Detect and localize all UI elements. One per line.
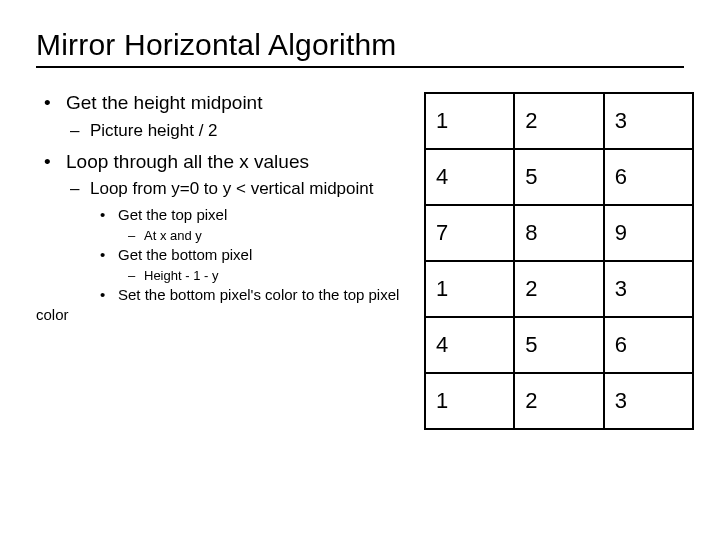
list-item: Loop from y=0 to y < vertical midpoint G… <box>36 178 406 325</box>
grid-cell: 4 <box>425 317 514 373</box>
bullet-text: Get the bottom pixel <box>36 245 406 265</box>
table-row: 4 5 6 <box>425 317 693 373</box>
bullet-column: Get the height midpoint Picture height /… <box>36 90 406 430</box>
bullet-text: Get the top pixel <box>36 205 406 225</box>
list-item: Get the bottom pixel Height - 1 - y <box>36 245 406 285</box>
table-row: 7 8 9 <box>425 205 693 261</box>
list-item: Set the bottom pixel's color to the top … <box>36 285 406 326</box>
bullet-text: Picture height / 2 <box>36 120 406 143</box>
grid-cell: 6 <box>604 317 693 373</box>
grid-cell: 7 <box>425 205 514 261</box>
grid-cell: 1 <box>425 261 514 317</box>
list-item: Get the top pixel At x and y <box>36 205 406 245</box>
grid-cell: 1 <box>425 93 514 149</box>
grid-cell: 1 <box>425 373 514 429</box>
slide-content: Get the height midpoint Picture height /… <box>36 90 684 430</box>
grid-cell: 2 <box>514 93 603 149</box>
list-item: Height - 1 - y <box>36 267 406 285</box>
grid-cell: 3 <box>604 373 693 429</box>
number-grid: 1 2 3 4 5 6 7 8 9 1 2 3 4 5 6 <box>424 92 694 430</box>
bullet-text: Loop through all the x values <box>36 149 406 175</box>
grid-cell: 5 <box>514 149 603 205</box>
grid-cell: 2 <box>514 261 603 317</box>
grid-cell: 2 <box>514 373 603 429</box>
grid-cell: 3 <box>604 261 693 317</box>
grid-column: 1 2 3 4 5 6 7 8 9 1 2 3 4 5 6 <box>424 90 694 430</box>
grid-cell: 6 <box>604 149 693 205</box>
bullet-text: At x and y <box>36 227 406 245</box>
grid-cell: 5 <box>514 317 603 373</box>
bullet-text: Height - 1 - y <box>36 267 406 285</box>
table-row: 1 2 3 <box>425 93 693 149</box>
bullet-text: Loop from y=0 to y < vertical midpoint <box>36 178 406 201</box>
grid-cell: 4 <box>425 149 514 205</box>
grid-cell: 9 <box>604 205 693 261</box>
bullet-text: Get the height midpoint <box>36 90 406 116</box>
list-item: Picture height / 2 <box>36 120 406 143</box>
list-item: Loop through all the x values Loop from … <box>36 149 406 326</box>
table-row: 1 2 3 <box>425 373 693 429</box>
slide-title: Mirror Horizontal Algorithm <box>36 28 684 68</box>
list-item: At x and y <box>36 227 406 245</box>
list-item: Get the height midpoint Picture height /… <box>36 90 406 143</box>
grid-cell: 8 <box>514 205 603 261</box>
table-row: 4 5 6 <box>425 149 693 205</box>
table-row: 1 2 3 <box>425 261 693 317</box>
grid-cell: 3 <box>604 93 693 149</box>
bullet-text: Set the bottom pixel's color to the top … <box>36 285 406 326</box>
